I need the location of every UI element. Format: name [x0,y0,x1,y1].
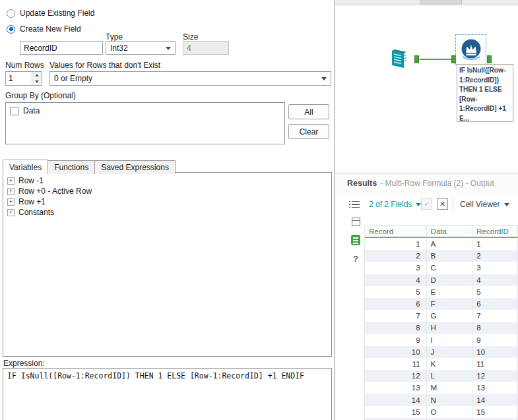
group-by-listbox: Data [5,102,285,144]
tree-item[interactable]: + Constants [3,207,331,218]
table-row[interactable]: 11 K 11 [365,358,518,370]
stepper-up-button[interactable] [32,72,42,78]
expression-editor[interactable]: IF IsNull([Row-1:RecordID]) THEN 1 ELSE … [3,368,332,420]
output-data-button[interactable] [350,234,362,246]
table-row[interactable]: 7 G 7 [365,310,518,322]
cell-data: H [427,322,473,334]
values-missing-label: Values for Rows that don't Exist [49,61,160,70]
help-icon: ? [353,254,358,264]
table-row[interactable]: 1 A 1 [365,238,518,250]
values-missing-dropdown[interactable]: 0 or Empty [49,71,331,86]
tree-item-label: Row -1 [18,176,44,185]
cell-data: N [427,394,473,405]
toolbar-separator [453,197,453,211]
expand-plus-icon[interactable]: + [7,177,15,185]
group-by-item-label: Data [23,106,40,115]
green-data-file-icon [351,235,360,245]
cell-viewer-dropdown[interactable]: Cell Viewer [460,200,509,209]
cell-record-number: 3 [365,262,427,274]
connection-wire [420,59,452,60]
clear-button-label: Clear [300,127,319,136]
results-table-body: 1 A 1 2 B 2 3 C 3 4 D [365,238,518,420]
tree-item[interactable]: + Row +1 [3,196,331,207]
cell-recordid: 1 [472,238,518,250]
tab-saved-expressions[interactable]: Saved Expressions [94,160,176,174]
chevron-down-icon [321,77,327,80]
check-icon: ✓ [424,200,430,208]
list-icon [352,201,360,208]
clear-button[interactable]: Clear [288,124,329,139]
text-input-tool[interactable] [387,47,412,72]
cell-data: A [427,238,473,250]
cell-record-number: 12 [365,370,427,382]
help-button[interactable]: ? [350,253,362,264]
tree-item[interactable]: + Row +0 - Active Row [3,186,331,196]
cell-data: L [427,370,473,382]
type-dropdown[interactable]: Int32 [106,41,176,55]
results-subtitle: - Multi-Row Formula (2) - Output [380,179,494,188]
metadata-view-button[interactable] [350,216,362,227]
column-header-record[interactable]: Record [365,225,427,238]
table-row[interactable]: 3 C 3 [365,262,518,274]
cell-recordid: 13 [472,382,518,394]
cell-recordid: 5 [472,286,518,298]
radio-update-existing-field[interactable]: Update Existing Field [7,9,94,18]
table-row[interactable]: 9 I 9 [365,334,518,346]
text-input-icon [387,47,412,72]
cell-record-number: 1 [365,238,427,250]
expand-plus-icon[interactable]: + [7,209,15,216]
group-by-item-data[interactable]: Data [6,103,284,115]
cell-recordid: 11 [472,358,518,370]
table-row[interactable]: 15 O 15 [365,406,518,418]
cell-recordid: 8 [472,322,518,334]
tree-item-label: Row +1 [18,197,46,206]
column-header-recordid[interactable]: RecordID [472,225,518,238]
tool-annotation[interactable]: IF IsNull([Row-1:RecordID]) THEN 1 ELSE … [457,64,513,122]
clear-filter-button[interactable]: ✕ [437,198,448,210]
num-rows-input[interactable] [6,72,32,85]
records-view-button[interactable] [350,198,362,210]
radio-create-label: Create New Field [20,24,81,34]
apply-button[interactable]: ✓ [421,198,432,210]
table-row[interactable]: 10 J 10 [365,346,518,358]
fields-filter-dropdown[interactable]: 2 of 2 Fields [369,200,421,209]
table-row[interactable]: 14 N 14 [365,394,518,405]
canvas-tab[interactable] [420,0,462,5]
table-row[interactable]: 2 B 2 [365,250,518,262]
table-row[interactable]: 6 F 6 [365,298,518,310]
table-row[interactable]: 8 H 8 [365,322,518,334]
expand-plus-icon[interactable]: + [7,188,15,195]
cell-data: F [427,298,473,310]
cell-recordid: 14 [472,394,518,405]
cell-record-number: 4 [365,274,427,286]
cell-data: E [427,286,473,298]
tree-item[interactable]: + Row -1 [3,175,331,186]
cell-data: M [427,382,473,394]
num-rows-stepper[interactable] [5,71,42,86]
table-row[interactable]: 13 M 13 [365,382,518,394]
table-row[interactable]: 12 L 12 [365,370,518,382]
cell-record-number: 9 [365,334,427,346]
size-input [183,41,229,55]
table-row[interactable]: 4 D 4 [365,274,518,286]
cell-record-number: 10 [365,346,427,358]
stepper-down-button[interactable] [32,78,42,85]
results-panel: Results - Multi-Row Formula (2) - Output… [335,173,518,420]
cell-data: O [427,406,473,418]
num-rows-label: Num Rows [5,61,44,70]
table-row[interactable]: 5 E 5 [365,286,518,298]
chevron-down-icon [35,80,39,83]
tab-functions[interactable]: Functions [48,160,95,174]
cell-record-number: 8 [365,322,427,334]
field-name-input[interactable] [20,41,103,55]
cell-recordid: 9 [472,334,518,346]
all-button[interactable]: All [288,104,329,119]
column-header-data[interactable]: Data [427,225,473,238]
radio-create-new-field[interactable]: Create New Field [7,24,81,34]
table-icon [352,218,360,226]
cell-recordid: 6 [472,298,518,310]
workflow-canvas[interactable]: IF IsNull([Row-1:RecordID]) THEN 1 ELSE … [335,5,518,173]
expand-plus-icon[interactable]: + [7,198,15,206]
multi-row-formula-tool[interactable] [459,37,484,62]
tab-variables[interactable]: Variables [3,160,48,174]
